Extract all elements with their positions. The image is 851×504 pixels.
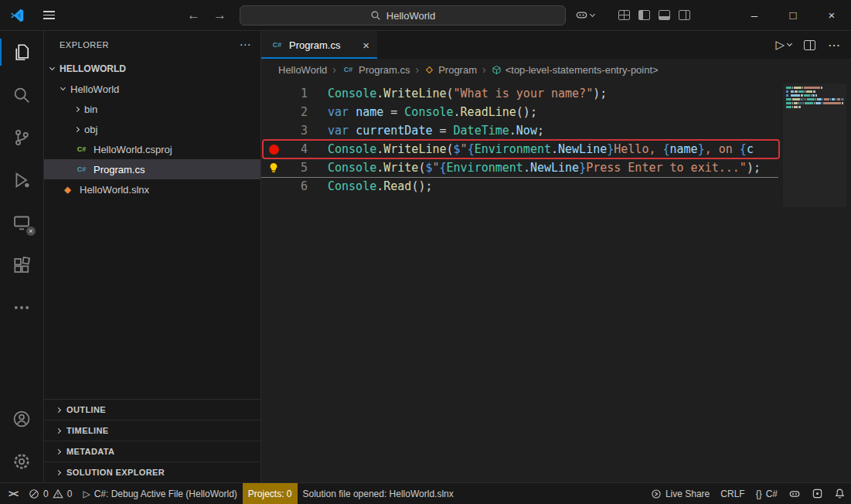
section-timeline[interactable]: TIMELINE	[44, 420, 260, 441]
copilot-menu-button[interactable]	[575, 0, 594, 30]
tree-folder-bin[interactable]: bin	[44, 99, 260, 119]
code-text[interactable]: Console.WriteLine("What is your name?");	[308, 84, 780, 103]
code-line[interactable]: 3 var currentDate = DateTime.Now;	[261, 121, 780, 140]
chevron-down-icon	[49, 65, 55, 70]
section-outline[interactable]: OUTLINE	[44, 399, 260, 420]
language-status[interactable]: {} C#	[751, 483, 783, 504]
toggle-sidebar-icon[interactable]	[638, 10, 650, 20]
code-text[interactable]: var name = Console.ReadLine();	[308, 103, 780, 121]
braces-icon: {}	[756, 489, 762, 499]
search-icon	[370, 10, 381, 21]
vscode-logo-icon	[9, 0, 25, 30]
errors-count: 0	[43, 489, 49, 499]
tab-close-icon[interactable]: ×	[363, 39, 369, 52]
tree-file-slnx[interactable]: ◆ HelloWorld.slnx	[44, 179, 260, 199]
solution-label: Solution file opened: HelloWorld.slnx	[303, 489, 454, 499]
remote-indicator[interactable]: ><	[3, 483, 23, 504]
remote-explorer-icon[interactable]: ×	[0, 201, 43, 243]
customize-layout-icon[interactable]	[618, 10, 630, 20]
sln-file-icon: ◆	[61, 183, 74, 196]
tree-file-program-cs[interactable]: C# Program.cs	[44, 159, 260, 179]
glyph-margin[interactable]	[261, 121, 286, 140]
solution-status[interactable]: Solution file opened: HelloWorld.slnx	[298, 483, 459, 504]
glyph-margin[interactable]	[261, 177, 286, 196]
debug-status[interactable]: ▷ C#: Debug Active File (HelloWorld)	[77, 483, 242, 504]
code-line[interactable]: 6 Console.Read();	[261, 177, 780, 196]
minimap-line	[786, 98, 843, 100]
eol-label: CRLF	[720, 489, 744, 499]
breadcrumb-separator: ›	[415, 63, 419, 76]
explorer-icon[interactable]	[0, 31, 43, 73]
tab-label: Program.cs	[289, 39, 340, 51]
tree-label: HelloWorld.slnx	[80, 184, 149, 196]
remote-icon: ><	[9, 489, 18, 499]
notifications-status[interactable]	[829, 483, 851, 504]
code-text[interactable]: Console.WriteLine($"{Environment.NewLine…	[308, 140, 780, 158]
section-label: METADATA	[66, 447, 114, 456]
breadcrumb-class[interactable]: Program	[424, 64, 477, 76]
minimap[interactable]	[786, 87, 843, 110]
more-actions-icon[interactable]	[0, 286, 43, 329]
tree-folder-helloworld[interactable]: HelloWorld	[44, 79, 260, 99]
layout-controls	[618, 0, 690, 30]
main-area: ×	[0, 31, 851, 482]
command-center-search[interactable]: HelloWorld	[240, 5, 566, 26]
back-button[interactable]: ←	[187, 0, 200, 30]
code-line[interactable]: 1 Console.WriteLine("What is your name?"…	[261, 84, 780, 103]
settings-gear-icon[interactable]	[0, 440, 43, 482]
problems-status[interactable]: 0 0	[23, 483, 77, 504]
tree-file-csproj[interactable]: C# HelloWorld.csproj	[44, 139, 260, 159]
breadcrumb-separator: ›	[482, 63, 486, 76]
csharp-devkit-icon	[812, 488, 823, 499]
breadcrumb-entry-point[interactable]: <top-level-statements-entry-point>	[492, 64, 659, 76]
code-text[interactable]: var currentDate = DateTime.Now;	[308, 121, 780, 140]
run-and-debug-icon[interactable]	[0, 158, 43, 201]
projects-status[interactable]: Projects: 0	[243, 483, 298, 504]
tree-root-helloworld[interactable]: HELLOWORLD	[44, 59, 260, 79]
line-number: 5	[286, 158, 308, 177]
editor-more-actions-icon[interactable]: ⋯	[828, 38, 840, 53]
section-solution-explorer[interactable]: SOLUTION EXPLORER	[44, 461, 260, 482]
forward-button[interactable]: →	[213, 0, 226, 30]
glyph-margin[interactable]	[261, 158, 286, 177]
breakpoint-icon[interactable]	[269, 145, 279, 155]
tree-folder-obj[interactable]: obj	[44, 119, 260, 139]
search-icon[interactable]	[0, 73, 43, 116]
accounts-icon[interactable]	[0, 397, 43, 440]
run-button[interactable]: ▷	[775, 38, 791, 52]
menu-icon[interactable]	[43, 0, 55, 30]
extensions-icon[interactable]	[0, 243, 43, 286]
minimize-button[interactable]: –	[735, 0, 774, 30]
bell-icon	[834, 488, 846, 499]
close-button[interactable]: ×	[812, 0, 851, 30]
lightbulb-icon[interactable]	[268, 162, 279, 173]
code-line[interactable]: 2 var name = Console.ReadLine();	[261, 103, 780, 121]
split-editor-icon[interactable]	[804, 40, 815, 50]
copilot-status[interactable]	[783, 483, 806, 504]
csharp-devkit-status[interactable]	[806, 483, 829, 504]
source-control-icon[interactable]	[0, 116, 43, 158]
glyph-margin[interactable]	[261, 140, 286, 158]
tree-label: HelloWorld.csproj	[94, 144, 172, 155]
tab-program-cs[interactable]: C# Program.cs ×	[261, 31, 377, 59]
chevron-down-icon	[60, 85, 66, 90]
breadcrumb-project[interactable]: HelloWorld	[278, 64, 327, 76]
chevron-right-icon	[56, 469, 61, 475]
glyph-margin[interactable]	[261, 103, 286, 121]
breadcrumb-file[interactable]: C# Program.cs	[342, 63, 410, 76]
live-share-status[interactable]: Live Share	[645, 483, 715, 504]
code-text[interactable]: Console.Read();	[308, 177, 780, 196]
toggle-panel-icon[interactable]	[659, 10, 670, 20]
eol-status[interactable]: CRLF	[715, 483, 750, 504]
views-more-actions-icon[interactable]: ⋯	[240, 38, 252, 52]
glyph-margin[interactable]	[261, 84, 286, 103]
maximize-button[interactable]: □	[774, 0, 812, 30]
toggle-secondary-sidebar-icon[interactable]	[679, 10, 690, 20]
code-line-breakpoint[interactable]: 4 Console.WriteLine($"{Environment.NewLi…	[261, 140, 780, 158]
code-line-current[interactable]: 5 Console.Write($"{Environment.NewLine}P…	[261, 158, 780, 177]
search-value: HelloWorld	[386, 10, 435, 22]
code-editor[interactable]: 1 Console.WriteLine("What is your name?"…	[261, 80, 851, 482]
code-text[interactable]: Console.Write($"{Environment.NewLine}Pre…	[308, 158, 780, 177]
warnings-icon	[53, 489, 63, 499]
section-metadata[interactable]: METADATA	[44, 441, 260, 461]
